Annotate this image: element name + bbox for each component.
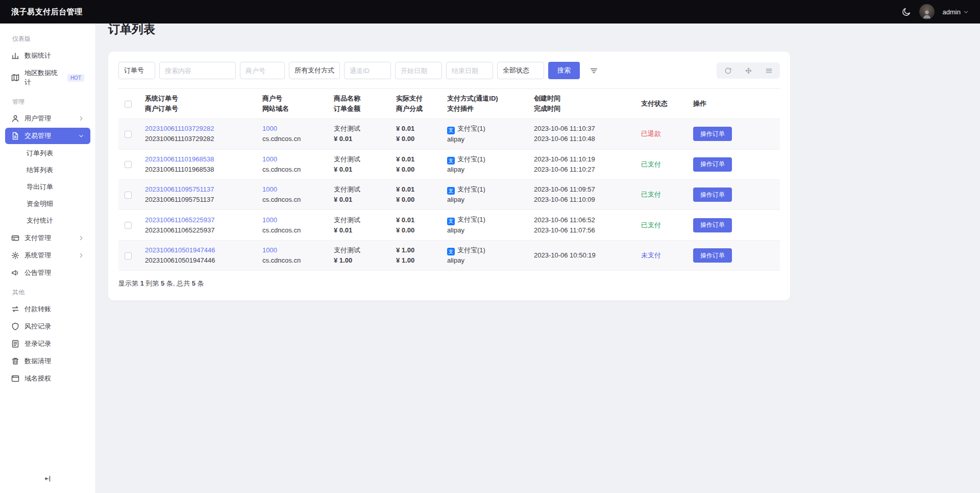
status-badge: 已支付 <box>641 191 661 198</box>
sidebar-item[interactable]: 数据清理 <box>5 353 90 369</box>
column-header: 商户号网站域名 <box>256 89 328 119</box>
pay-plugin: alipay <box>447 165 522 175</box>
merchant-order-no: 2023100611103729282 <box>145 134 250 144</box>
row-checkbox[interactable] <box>125 252 132 260</box>
sidebar-subitem[interactable]: 支付统计 <box>5 213 90 229</box>
sys-order-link[interactable]: 2023100611103729282 <box>145 125 214 132</box>
product-name: 支付测试 <box>334 154 384 165</box>
sidebar-item[interactable]: 地区数据统计HOT <box>5 65 90 90</box>
sidebar-item[interactable]: 登录记录 <box>5 336 90 352</box>
completed-time: 2023-10-06 11:10:48 <box>534 134 629 144</box>
created-time: 2023-10-06 10:50:19 <box>534 250 629 261</box>
sys-order-link[interactable]: 2023100611065225937 <box>145 216 214 224</box>
bar-chart-icon <box>11 52 19 60</box>
avatar[interactable] <box>919 4 935 19</box>
sort-lines-icon[interactable] <box>584 62 603 79</box>
sidebar-item-label: 交易管理 <box>24 131 51 140</box>
user-menu[interactable]: admin <box>943 8 969 16</box>
sidebar-section-label: 其他 <box>0 282 95 300</box>
merchant-id-link[interactable]: 1000 <box>262 185 277 193</box>
columns-icon[interactable] <box>758 63 779 78</box>
order-no-type-select[interactable]: 订单号 <box>118 62 155 79</box>
sidebar-item-label: 公告管理 <box>24 268 51 277</box>
order-row: 2023100610501947446202310061050194744610… <box>118 240 780 270</box>
pay-method: 支支付宝(1) <box>447 124 522 134</box>
merchant-id-link[interactable]: 1000 <box>262 125 277 132</box>
sidebar-item[interactable]: 风控记录 <box>5 318 90 335</box>
paid-amount: ¥ 0.01 <box>396 184 435 195</box>
pay-method: 支支付宝(1) <box>447 154 522 165</box>
pay-plugin: alipay <box>447 134 522 145</box>
topbar-right: admin <box>902 4 969 19</box>
sidebar-item[interactable]: 支付管理 <box>5 230 90 246</box>
table-toolbar <box>717 62 780 79</box>
operate-order-button[interactable]: 操作订单 <box>693 248 732 263</box>
operate-order-button[interactable]: 操作订单 <box>693 157 732 172</box>
pay-method: 支支付宝(1) <box>447 245 522 255</box>
column-header: 创建时间完成时间 <box>528 89 635 119</box>
order-row: 2023100611101968538202310061110196853810… <box>118 149 780 179</box>
sidebar-subitem[interactable]: 订单列表 <box>5 145 90 161</box>
status-badge: 未支付 <box>641 251 661 259</box>
operate-order-button[interactable]: 操作订单 <box>693 127 732 141</box>
order-list-card: 订单号 所有支付方式 全部状态 搜索 <box>108 52 790 300</box>
operate-order-button[interactable]: 操作订单 <box>693 218 732 232</box>
channel-id-input[interactable] <box>344 62 391 79</box>
row-checkbox[interactable] <box>125 161 132 168</box>
merchant-id-link[interactable]: 1000 <box>262 216 277 224</box>
moon-icon[interactable] <box>902 7 911 16</box>
sidebar-item[interactable]: 交易管理 <box>5 128 90 144</box>
sidebar-item[interactable]: 公告管理 <box>5 265 90 281</box>
fullscreen-icon[interactable] <box>738 63 758 78</box>
trash-icon <box>11 357 19 365</box>
sys-order-link[interactable]: 2023100610501947446 <box>145 246 215 254</box>
column-header: 支付方式(通道ID)支付插件 <box>441 89 528 119</box>
refresh-icon[interactable] <box>718 63 738 78</box>
search-input[interactable] <box>159 62 236 79</box>
row-checkbox[interactable] <box>125 222 132 229</box>
pay-method-select[interactable]: 所有支付方式 <box>289 62 340 79</box>
sidebar-item[interactable]: 数据统计 <box>5 48 90 64</box>
start-date-input[interactable] <box>395 62 442 79</box>
merchant-share: ¥ 1.00 <box>396 255 435 266</box>
alipay-icon: 支 <box>447 218 455 225</box>
alipay-icon: 支 <box>447 157 455 165</box>
sidebar-item-label: 登录记录 <box>24 339 51 348</box>
created-time: 2023-10-06 11:10:19 <box>534 154 629 165</box>
merchant-order-no: 2023100611065225937 <box>145 225 250 236</box>
sidebar-item[interactable]: 系统管理 <box>5 247 90 264</box>
chevron-down-icon <box>78 133 84 139</box>
operate-order-button[interactable]: 操作订单 <box>693 187 732 202</box>
site-domain: cs.cdncos.cn <box>262 255 322 266</box>
sidebar-item[interactable]: 域名授权 <box>5 370 90 387</box>
search-button[interactable]: 搜索 <box>548 62 580 79</box>
pay-method: 支支付宝(1) <box>447 215 522 225</box>
merchant-id-link[interactable]: 1000 <box>262 155 277 163</box>
product-name: 支付测试 <box>334 124 384 134</box>
row-checkbox[interactable] <box>125 192 132 199</box>
sidebar-item-label: 数据清理 <box>24 357 51 366</box>
sidebar-subitem[interactable]: 导出订单 <box>5 179 90 195</box>
merchant-share: ¥ 0.00 <box>396 195 435 205</box>
sidebar-collapse-button[interactable] <box>0 465 95 493</box>
merchant-share: ¥ 0.00 <box>396 225 435 236</box>
sidebar-item-label: 系统管理 <box>24 251 51 260</box>
merchant-id-link[interactable]: 1000 <box>262 246 277 254</box>
sys-order-link[interactable]: 2023100611101968538 <box>145 155 214 163</box>
row-checkbox[interactable] <box>125 131 132 138</box>
chevron-down-icon <box>963 9 969 15</box>
sidebar-subitem[interactable]: 结算列表 <box>5 162 90 178</box>
sidebar-item[interactable]: 付款转账 <box>5 301 90 317</box>
sidebar-subitem[interactable]: 资金明细 <box>5 196 90 212</box>
merchant-input[interactable] <box>240 62 285 79</box>
product-name: 支付测试 <box>334 184 384 195</box>
select-all-checkbox[interactable] <box>125 101 132 108</box>
sidebar-nav: 仪表版数据统计地区数据统计HOT管理用户管理交易管理订单列表结算列表导出订单资金… <box>0 24 95 465</box>
end-date-input[interactable] <box>446 62 493 79</box>
status-select[interactable]: 全部状态 <box>497 62 544 79</box>
sys-order-link[interactable]: 2023100611095751137 <box>145 185 214 193</box>
domain-icon <box>11 374 19 383</box>
sidebar-item[interactable]: 用户管理 <box>5 110 90 127</box>
main-content: 订单列表 订单号 所有支付方式 全部状态 搜索 <box>96 0 980 300</box>
site-domain: cs.cdncos.cn <box>262 134 322 144</box>
